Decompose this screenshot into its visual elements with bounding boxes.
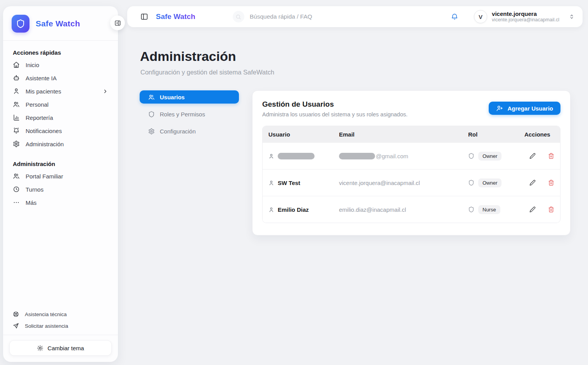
email-cell: @gmail.com — [339, 153, 468, 159]
brand-name: Safe Watch — [36, 19, 80, 28]
notifications-button[interactable] — [448, 10, 461, 23]
actions-cell — [524, 152, 560, 160]
sidebar-item-label: Reportería — [26, 114, 53, 121]
card-title: Gestión de Usuarios — [262, 100, 408, 109]
sun-icon — [37, 345, 43, 351]
user-cell: Emilio Diaz — [268, 206, 339, 213]
sidebar-item-inicio[interactable]: Inicio — [3, 58, 118, 71]
delete-user-button[interactable] — [547, 206, 555, 213]
sidebar-item-notificaciones[interactable]: Notificaciones — [3, 124, 118, 137]
role-cell: Owner — [468, 178, 524, 187]
sidebar-item-label: Administración — [26, 141, 64, 147]
user-name: Emilio Diaz — [278, 206, 309, 213]
delete-user-button[interactable] — [547, 179, 555, 187]
sidebar-item-label: Turnos — [26, 186, 43, 193]
page-title: Administración — [140, 49, 236, 64]
robot-icon — [13, 74, 20, 81]
tab-roles-permisos[interactable]: Roles y Permisos — [140, 107, 239, 121]
card-subtitle: Administra los usuarios del sistema y su… — [262, 111, 408, 118]
edit-user-button[interactable] — [529, 179, 536, 187]
sidebar-item-asistente-ia[interactable]: Asistente IA — [3, 71, 118, 85]
sidebar-item-reporteria[interactable]: Reportería — [3, 111, 118, 124]
users-icon — [13, 101, 20, 108]
page-subtitle: Configuración y gestión del sistema Safe… — [140, 69, 274, 76]
table-header-row: Usuario Email Rol Acciones — [263, 126, 560, 142]
sidebar-item-solicitar-asistencia[interactable]: Solicitar asistencia — [3, 320, 118, 332]
sidebar-item-asistencia-tecnica[interactable]: Asistencia técnica — [3, 308, 118, 320]
col-header-acciones: Acciones — [524, 131, 560, 138]
users-icon — [13, 173, 20, 180]
shield-icon — [468, 180, 474, 186]
sidebar-item-personal[interactable]: Personal — [3, 98, 118, 111]
sidebar-item-label: Personal — [26, 101, 48, 108]
redacted-name — [278, 153, 315, 159]
table-row: SW Test vicente.jorquera@inacapmail.cl O… — [263, 169, 560, 196]
tab-label: Roles y Permisos — [160, 111, 205, 118]
change-theme-button[interactable]: Cambiar tema — [9, 340, 112, 356]
ellipsis-icon — [13, 199, 20, 206]
delete-user-button[interactable] — [547, 152, 555, 160]
quick-search[interactable]: Búsqueda rápida / FAQ — [233, 11, 312, 22]
user-name: vicente.jorquera — [492, 10, 559, 17]
email-cell: emilio.diaz@inacapmail.cl — [339, 206, 468, 213]
home-icon — [13, 61, 20, 68]
search-icon — [233, 11, 244, 22]
sidebar-item-label: Más — [26, 199, 36, 206]
user-email: vicente.jorquera@inacapmail.cl — [492, 17, 559, 23]
theme-section: Cambiar tema — [3, 335, 118, 362]
edit-user-button[interactable] — [529, 206, 536, 213]
topbar: Safe Watch Búsqueda rápida / FAQ V vicen… — [127, 6, 583, 27]
pencil-icon — [529, 180, 536, 186]
sidebar-item-label: Mis pacientes — [26, 88, 61, 95]
user-info: vicente.jorquera vicente.jorquera@inacap… — [492, 10, 559, 23]
avatar: V — [474, 10, 487, 23]
user-cell — [268, 153, 339, 159]
add-user-button[interactable]: Agregar Usuario — [489, 102, 560, 115]
user-management-card: Gestión de Usuarios Administra los usuar… — [252, 90, 571, 235]
user-cell: SW Test — [268, 180, 339, 186]
tab-label: Usuarios — [160, 94, 185, 100]
add-user-label: Agregar Usuario — [507, 105, 553, 112]
col-header-usuario: Usuario — [268, 131, 339, 138]
sidebar-item-mis-pacientes[interactable]: Mis pacientes — [3, 85, 118, 98]
lifebuoy-icon — [13, 311, 19, 317]
panel-collapse-icon — [114, 20, 121, 26]
sidebar-item-label: Asistencia técnica — [25, 311, 67, 317]
user-menu[interactable]: V vicente.jorquera vicente.jorquera@inac… — [474, 10, 575, 23]
sidebar: Safe Watch Acciones rápidas Inicio Asist… — [3, 6, 118, 362]
role-badge: Owner — [478, 178, 502, 187]
chevron-right-icon — [102, 88, 108, 94]
section-title-administracion: Administración — [3, 157, 118, 170]
sidebar-item-portal-familiar[interactable]: Portal Familiar — [3, 170, 118, 183]
redacted-email — [339, 153, 375, 159]
sidebar-item-administracion[interactable]: Administración — [3, 137, 118, 150]
chevrons-up-down-icon — [569, 14, 575, 20]
tab-configuracion[interactable]: Configuración — [140, 125, 239, 138]
edit-user-button[interactable] — [529, 152, 536, 160]
topbar-brand: Safe Watch — [156, 12, 195, 21]
role-badge: Owner — [478, 152, 502, 161]
section-title-quick-actions: Acciones rápidas — [3, 45, 118, 58]
sidebar-item-label: Notificaciones — [26, 128, 62, 134]
clock-icon — [13, 186, 20, 193]
sidebar-item-turnos[interactable]: Turnos — [3, 183, 118, 196]
bar-chart-icon — [13, 114, 20, 121]
shield-icon — [468, 206, 474, 213]
col-header-rol: Rol — [468, 131, 524, 138]
sidebar-collapse-button[interactable] — [110, 16, 125, 30]
user-plus-icon — [496, 105, 503, 112]
sidebar-item-label: Solicitar asistencia — [25, 323, 68, 329]
tab-usuarios[interactable]: Usuarios — [140, 90, 239, 104]
sidebar-toggle-button[interactable] — [139, 11, 150, 22]
shield-icon — [468, 153, 474, 159]
email-suffix: @gmail.com — [376, 153, 408, 159]
card-header: Gestión de Usuarios Administra los usuar… — [262, 100, 560, 118]
shield-icon — [16, 19, 25, 28]
user-icon — [268, 207, 274, 213]
sidebar-item-mas[interactable]: Más — [3, 196, 118, 209]
pencil-icon — [529, 206, 536, 213]
sidebar-footer: Asistencia técnica Solicitar asistencia — [3, 308, 118, 335]
role-badge: Nurse — [478, 205, 500, 214]
sidebar-item-label: Portal Familiar — [26, 173, 63, 180]
role-cell: Nurse — [468, 205, 524, 214]
